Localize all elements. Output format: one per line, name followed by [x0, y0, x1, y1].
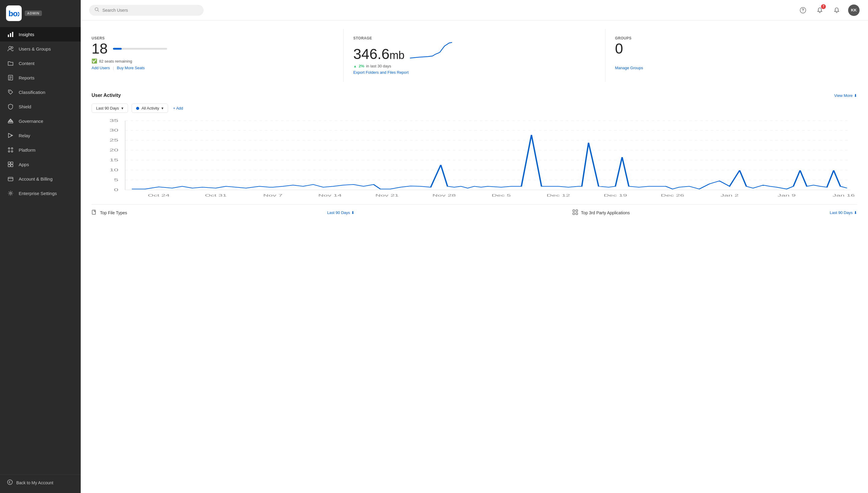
- svg-text:0: 0: [114, 188, 118, 192]
- svg-point-20: [12, 151, 13, 152]
- apps-period[interactable]: Last 90 Days ⬇: [830, 210, 857, 215]
- view-more-button[interactable]: View More ⬇: [834, 93, 857, 98]
- admin-badge: ADMIN: [25, 10, 42, 16]
- groups-links: Manage Groups: [615, 66, 857, 70]
- apps-label: Top 3rd Party Applications: [581, 210, 630, 215]
- svg-text:Nov 28: Nov 28: [433, 194, 456, 197]
- period-filter-dropdown[interactable]: Last 90 Days ▾: [91, 104, 128, 113]
- sidebar-item-platform[interactable]: Platform: [0, 143, 81, 157]
- notifications-button[interactable]: 7: [814, 5, 825, 16]
- svg-point-19: [8, 151, 10, 152]
- svg-rect-66: [573, 213, 575, 215]
- svg-rect-13: [10, 120, 11, 122]
- sidebar-item-governance[interactable]: Governance: [0, 114, 81, 128]
- content-area: USERS 18 ✅ 82 seats remaining Add Users …: [81, 20, 868, 493]
- back-to-account-label: Back to My Account: [16, 480, 53, 485]
- svg-text:15: 15: [109, 158, 118, 162]
- svg-rect-23: [8, 165, 10, 167]
- file-types-label: Top File Types: [100, 210, 127, 215]
- svg-rect-24: [11, 165, 13, 167]
- svg-text:25: 25: [109, 138, 118, 142]
- sidebar-label-governance: Governance: [19, 119, 43, 124]
- activity-line: [132, 135, 847, 189]
- relay-icon: [7, 132, 14, 139]
- sidebar-logo: box ADMIN: [0, 0, 81, 25]
- svg-rect-22: [11, 162, 13, 164]
- svg-rect-67: [576, 213, 578, 215]
- section-header: User Activity View More ⬇: [91, 93, 857, 98]
- users-progress-fill: [113, 48, 122, 50]
- sidebar-item-relay[interactable]: Relay: [0, 128, 81, 143]
- svg-text:Oct 24: Oct 24: [148, 194, 170, 197]
- help-button[interactable]: [798, 5, 808, 16]
- storage-mini-chart: [410, 42, 452, 60]
- section-title: User Activity: [91, 93, 121, 98]
- sidebar-item-shield[interactable]: Shield: [0, 99, 81, 114]
- sidebar-item-users-groups[interactable]: Users & Groups: [0, 42, 81, 56]
- governance-icon: [7, 118, 14, 124]
- settings-icon: [7, 190, 14, 196]
- sidebar-label-users-groups: Users & Groups: [19, 46, 51, 51]
- storage-label: STORAGE: [353, 36, 595, 40]
- sidebar: box ADMIN Insights Users & Groups Conten…: [0, 0, 81, 493]
- svg-rect-25: [8, 177, 13, 181]
- back-to-account[interactable]: Back to My Account: [7, 479, 74, 486]
- file-types-period[interactable]: Last 90 Days ⬇: [327, 210, 354, 215]
- header-icons: 7 KK: [798, 4, 860, 16]
- svg-rect-1: [8, 35, 9, 37]
- svg-text:35: 35: [109, 119, 118, 123]
- export-folders-link[interactable]: Export Folders and Files Report: [353, 70, 409, 74]
- svg-text:Jan 9: Jan 9: [778, 194, 796, 197]
- svg-text:Jan 2: Jan 2: [720, 194, 739, 197]
- users-links: Add Users | Buy More Seats: [91, 66, 334, 70]
- add-users-link[interactable]: Add Users: [91, 66, 110, 70]
- svg-text:Dec 26: Dec 26: [661, 194, 684, 197]
- sidebar-label-shield: Shield: [19, 104, 31, 109]
- svg-text:Nov 21: Nov 21: [375, 194, 399, 197]
- download-icon: ⬇: [854, 93, 857, 98]
- search-icon: [95, 7, 99, 13]
- sidebar-item-insights[interactable]: Insights: [0, 27, 81, 42]
- svg-text:Jan 16: Jan 16: [833, 194, 855, 197]
- users-icon: [7, 45, 14, 52]
- svg-point-17: [8, 148, 10, 149]
- groups-value: 0: [615, 42, 623, 56]
- sidebar-label-classification: Classification: [19, 90, 45, 95]
- users-value: 18: [91, 42, 107, 56]
- bar-chart-icon: [7, 31, 14, 38]
- buy-more-seats-link[interactable]: Buy More Seats: [117, 66, 145, 70]
- sidebar-item-content[interactable]: Content: [0, 56, 81, 70]
- svg-text:10: 10: [109, 168, 118, 172]
- svg-line-30: [98, 10, 99, 12]
- activity-chart: 0 5 10 15 20 25 30 35 Oct 24 Oct 31 Nov …: [91, 118, 857, 202]
- bell-button[interactable]: [831, 5, 842, 16]
- svg-text:Dec 19: Dec 19: [603, 194, 627, 197]
- svg-text:Nov 14: Nov 14: [318, 194, 342, 197]
- activity-filter-label: All Activity: [142, 106, 159, 110]
- search-bar[interactable]: [89, 5, 204, 16]
- sidebar-item-classification[interactable]: Classification: [0, 85, 81, 99]
- user-activity-section: User Activity View More ⬇ Last 90 Days ▾…: [91, 93, 857, 202]
- chevron-down-icon: ▾: [121, 106, 123, 110]
- svg-text:Dec 12: Dec 12: [546, 194, 570, 197]
- svg-point-4: [9, 46, 11, 49]
- apps-icon2: [573, 210, 578, 216]
- search-input[interactable]: [102, 8, 198, 13]
- check-icon: ✅: [91, 58, 97, 64]
- svg-point-28: [7, 480, 12, 485]
- user-avatar[interactable]: KK: [848, 4, 860, 16]
- sidebar-label-content: Content: [19, 61, 35, 66]
- apps-icon: [7, 161, 14, 168]
- box-logo: box: [6, 5, 22, 21]
- sidebar-item-apps[interactable]: Apps: [0, 157, 81, 172]
- header: 7 KK: [81, 0, 868, 20]
- add-filter-button[interactable]: + Add: [172, 104, 184, 112]
- sidebar-item-reports[interactable]: Reports: [0, 70, 81, 85]
- sidebar-item-account-billing[interactable]: Account & Billing: [0, 172, 81, 186]
- sidebar-item-enterprise-settings[interactable]: Enterprise Settings: [0, 186, 81, 200]
- download-icon2: ⬇: [351, 210, 354, 215]
- bottom-row: Top File Types Last 90 Days ⬇ Top 3rd Pa…: [91, 205, 857, 216]
- manage-groups-link[interactable]: Manage Groups: [615, 66, 643, 70]
- activity-filter-dropdown[interactable]: All Activity ▾: [131, 104, 168, 113]
- svg-rect-63: [92, 210, 96, 214]
